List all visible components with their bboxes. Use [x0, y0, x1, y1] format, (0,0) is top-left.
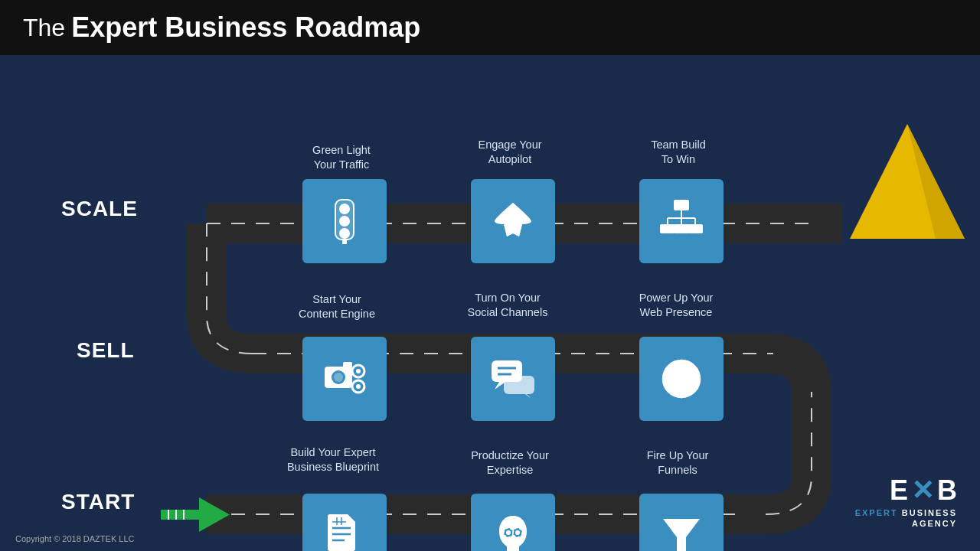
box-team	[639, 179, 724, 263]
svg-point-14	[339, 228, 350, 239]
header-bold: Expert Business Roadmap	[71, 11, 420, 44]
svg-marker-59	[663, 519, 700, 551]
logo: E ✕ B EXPERT BUSINESS AGENCY	[855, 474, 957, 528]
label-social: Turn On YourSocial Channels	[458, 291, 557, 320]
svg-rect-3	[161, 510, 203, 520]
box-content	[302, 337, 387, 421]
label-team: Team BuildTo Win	[629, 138, 728, 167]
svg-rect-22	[660, 224, 675, 233]
label-web: Power Up YourWeb Presence	[626, 291, 726, 320]
label-traffic: Green LightYour Traffic	[292, 143, 391, 172]
svg-point-54	[506, 530, 511, 535]
start-label: START	[61, 490, 135, 514]
header: The Expert Business Roadmap	[0, 0, 980, 55]
logo-text-line2: AGENCY	[855, 519, 957, 528]
box-expertise	[471, 494, 555, 551]
svg-rect-16	[674, 200, 689, 210]
svg-rect-15	[342, 240, 347, 244]
label-autopilot: Engage YourAutopilot	[460, 138, 560, 167]
svg-rect-24	[688, 224, 703, 233]
label-funnels: Fire Up YourFunnels	[628, 448, 727, 478]
box-social	[471, 337, 555, 421]
label-content: Start YourContent Engine	[287, 292, 387, 321]
label-expertise: Productize YourExpertise	[460, 448, 560, 478]
box-funnels	[639, 494, 724, 551]
svg-point-13	[339, 216, 350, 227]
svg-point-56	[515, 530, 520, 535]
copyright: Copyright © 2018 DAZTEK LLC	[15, 534, 134, 543]
svg-point-27	[334, 373, 343, 382]
label-blueprint: Build Your ExpertBusiness Blueprint	[283, 445, 383, 474]
svg-marker-36	[525, 394, 531, 399]
green-arrow	[161, 497, 230, 535]
logo-slash: ✕	[911, 474, 934, 507]
box-traffic	[302, 179, 387, 263]
svg-point-12	[339, 204, 350, 214]
logo-3: B	[937, 474, 957, 507]
header-thin: The	[23, 14, 65, 42]
svg-marker-4	[199, 497, 230, 532]
pyramid-icon	[850, 116, 965, 257]
svg-marker-34	[495, 382, 505, 390]
logo-text-line1: EXPERT BUSINESS	[855, 508, 957, 517]
box-autopilot	[471, 179, 555, 263]
logo-e: E	[890, 474, 908, 507]
svg-point-32	[356, 384, 361, 389]
sell-label: SELL	[77, 338, 135, 363]
scale-label: SCALE	[61, 197, 138, 221]
box-blueprint	[302, 494, 387, 551]
logo-emblem: E ✕ B	[855, 474, 957, 507]
logo-expert: EXPERT	[855, 508, 902, 517]
svg-rect-23	[674, 224, 689, 233]
svg-rect-28	[343, 362, 352, 368]
svg-rect-35	[504, 376, 534, 394]
svg-point-30	[356, 369, 361, 373]
box-web	[639, 337, 724, 421]
main-content: SCALE SELL START	[0, 55, 980, 551]
